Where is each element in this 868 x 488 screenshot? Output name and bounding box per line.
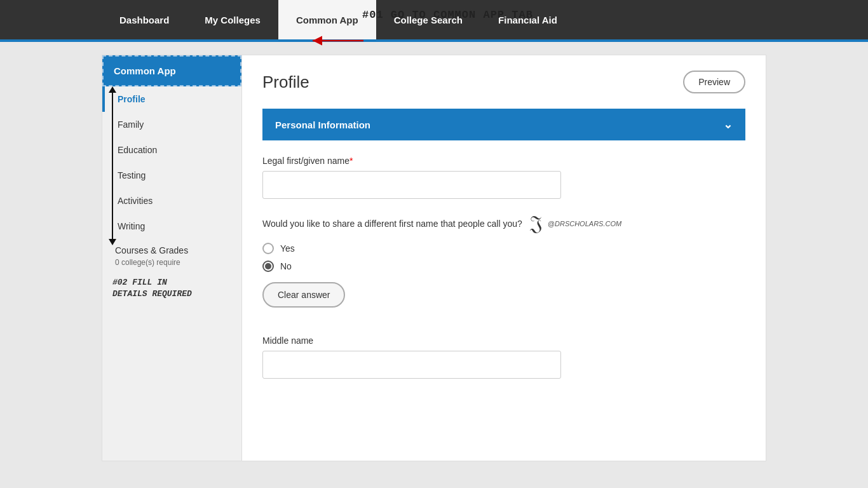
main-content: Common App Profile Family Education Test… <box>0 42 868 474</box>
radio-yes-label: Yes <box>280 243 295 254</box>
middle-name-group: Middle name <box>262 336 745 379</box>
clear-answer-button[interactable]: Clear answer <box>262 282 345 308</box>
radio-no-option[interactable]: No <box>262 261 745 272</box>
sidebar-item-courses[interactable]: Courses & Grades <box>102 239 241 258</box>
different-name-group: Would you like to share a different firs… <box>262 212 745 323</box>
page-title: Profile <box>262 72 309 92</box>
section-title: Personal Information <box>275 119 370 130</box>
red-arrow-annotation <box>306 34 370 50</box>
tab-dashboard[interactable]: Dashboard <box>102 0 187 39</box>
sidebar: Common App Profile Family Education Test… <box>102 55 241 461</box>
watermark-symbol: 𝔍 <box>530 212 543 235</box>
tab-my-colleges[interactable]: My Colleges <box>187 0 278 39</box>
profile-header: Profile Preview <box>262 71 745 93</box>
middle-name-label: Middle name <box>262 336 745 346</box>
different-name-question: Would you like to share a different firs… <box>262 212 745 235</box>
sidebar-item-writing[interactable]: Writing <box>102 214 241 239</box>
sidebar-item-profile[interactable]: Profile <box>102 86 241 112</box>
first-name-label: Legal first/given name* <box>262 156 745 166</box>
annotation-01-text: #01 GO TO COMMON APP TAB <box>362 9 533 21</box>
personal-info-section-header[interactable]: Personal Information ⌄ <box>262 109 745 140</box>
radio-no-label: No <box>280 261 292 271</box>
yes-no-radio-group: Yes No <box>262 243 745 272</box>
sidebar-header[interactable]: Common App <box>102 55 241 86</box>
top-navigation: Dashboard My Colleges Common App College… <box>0 0 868 39</box>
first-name-input[interactable] <box>262 171 561 199</box>
sidebar-menu: Profile Family Education Testing Activit… <box>102 86 241 239</box>
sidebar-item-activities[interactable]: Activities <box>102 188 241 214</box>
required-indicator: * <box>349 156 353 166</box>
annotation-02-text: #02 FILL IN DETAILS REQUIRED <box>102 272 241 310</box>
chevron-down-icon: ⌄ <box>723 118 733 132</box>
profile-main-area: Profile Preview Personal Information ⌄ L… <box>241 55 766 461</box>
sidebar-courses-sub: 0 college(s) require <box>102 258 241 272</box>
sidebar-item-testing[interactable]: Testing <box>102 163 241 188</box>
watermark-text: @DRSCHOLARS.COM <box>548 220 621 227</box>
tab-common-app[interactable]: Common App <box>278 0 376 39</box>
first-name-group: Legal first/given name* <box>262 156 745 199</box>
sidebar-item-education[interactable]: Education <box>102 137 241 163</box>
sidebar-item-family[interactable]: Family <box>102 112 241 137</box>
preview-button[interactable]: Preview <box>683 71 745 93</box>
radio-yes-option[interactable]: Yes <box>262 243 745 254</box>
middle-name-input[interactable] <box>262 351 561 379</box>
radio-no-circle[interactable] <box>262 261 274 272</box>
radio-yes-circle[interactable] <box>262 243 274 254</box>
